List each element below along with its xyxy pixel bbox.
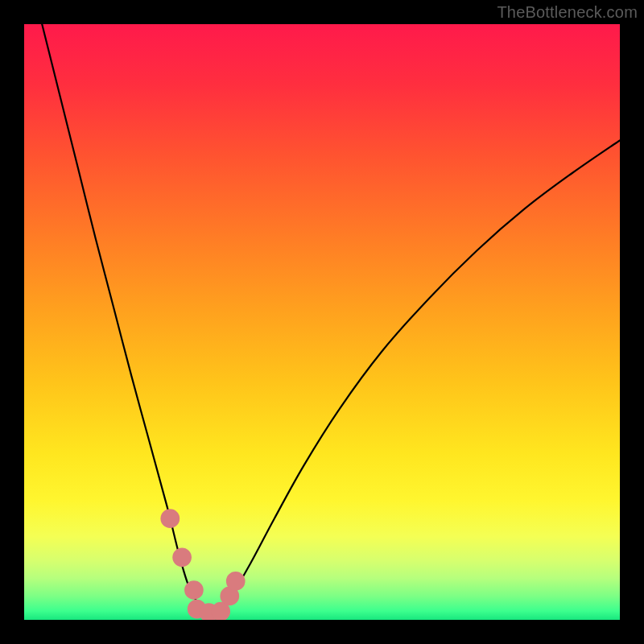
plot-area [24, 24, 620, 620]
chart-canvas: TheBottleneck.com [0, 0, 644, 644]
watermark-text: TheBottleneck.com [497, 3, 638, 22]
curve-marker [226, 572, 246, 591]
curve-marker [160, 509, 180, 528]
plot-svg [24, 24, 620, 620]
gradient-background [24, 24, 620, 620]
curve-marker [184, 580, 204, 600]
curve-marker [172, 547, 192, 567]
